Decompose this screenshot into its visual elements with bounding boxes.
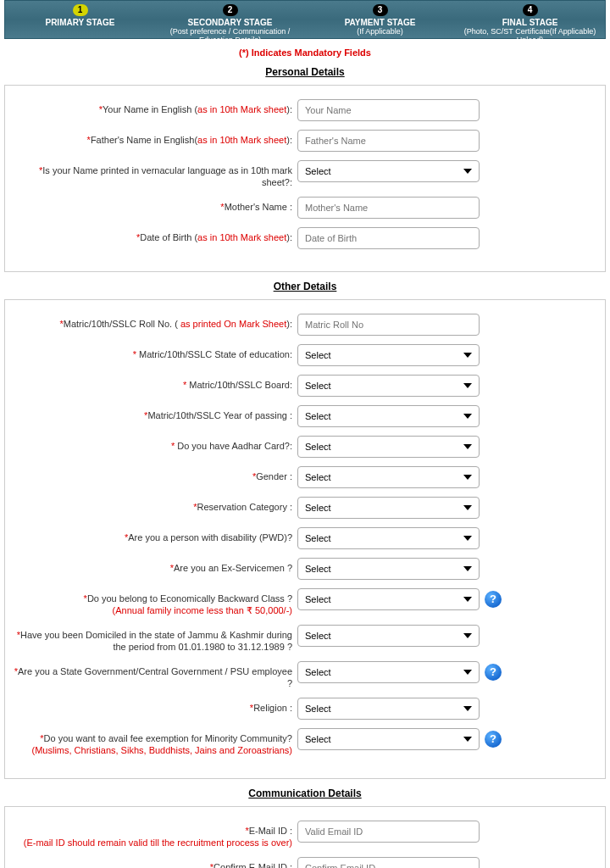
minority-select[interactable]: Select bbox=[297, 728, 480, 750]
stage-sub-4: (Photo, SC/ST Certificate(If Applicable)… bbox=[455, 27, 605, 44]
stage-secondary: 2 SECONDARY STAGE (Post preference / Com… bbox=[155, 1, 305, 38]
dob-input[interactable] bbox=[297, 227, 480, 249]
father-input[interactable] bbox=[297, 130, 480, 152]
category-select[interactable]: Select bbox=[297, 497, 480, 519]
help-icon[interactable]: ? bbox=[485, 664, 502, 681]
stage-num-1: 1 bbox=[73, 4, 88, 16]
state-label: * Matric/10th/SSLC State of education: bbox=[14, 344, 297, 360]
pwd-label: *Are you a person with disability (PWD)? bbox=[14, 527, 297, 543]
govt-select[interactable]: Select bbox=[297, 661, 480, 683]
aadhar-label: * Do you have Aadhar Card?: bbox=[14, 436, 297, 452]
cemail-input[interactable] bbox=[297, 857, 480, 868]
stage-bar: 1 PRIMARY STAGE 2 SECONDARY STAGE (Post … bbox=[4, 0, 606, 39]
category-label: *Reservation Category : bbox=[14, 497, 297, 513]
stage-title-3: PAYMENT STAGE bbox=[305, 18, 455, 27]
exservice-label: *Are you an Ex-Servicemen ? bbox=[14, 558, 297, 574]
stage-payment: 3 PAYMENT STAGE (If Applicable) bbox=[305, 1, 455, 38]
stage-final: 4 FINAL STAGE (Photo, SC/ST Certificate(… bbox=[455, 1, 605, 38]
mother-input[interactable] bbox=[297, 197, 480, 219]
mother-label: *Mother's Name : bbox=[14, 197, 297, 213]
year-label: *Matric/10th/SSLC Year of passing : bbox=[14, 405, 297, 421]
email-input[interactable] bbox=[297, 821, 480, 843]
vernacular-select[interactable]: Select bbox=[297, 160, 480, 182]
section-title-other: Other Details bbox=[4, 281, 606, 292]
comm-section: *E-Mail ID :(E-mail ID should remain val… bbox=[4, 806, 606, 868]
stage-sub-2: (Post preference / Communication / Educa… bbox=[155, 27, 305, 44]
other-section: *Matric/10th/SSLC Roll No. ( as printed … bbox=[4, 299, 606, 779]
govt-label: *Are you a State Government/Central Gove… bbox=[14, 661, 297, 689]
stage-title-1: PRIMARY STAGE bbox=[5, 18, 155, 27]
stage-title-4: FINAL STAGE bbox=[455, 18, 605, 27]
jk-select[interactable]: Select bbox=[297, 625, 480, 647]
stage-num-2: 2 bbox=[223, 4, 238, 16]
religion-label: *Religion : bbox=[14, 698, 297, 714]
stage-num-3: 3 bbox=[373, 4, 388, 16]
minority-label: *Do you want to avail fee exemption for … bbox=[14, 728, 297, 756]
mandatory-note: (*) Indicates Mandatory Fields bbox=[4, 47, 606, 58]
name-input[interactable] bbox=[297, 99, 480, 121]
gender-select[interactable]: Select bbox=[297, 466, 480, 488]
stage-title-2: SECONDARY STAGE bbox=[155, 18, 305, 27]
ebc-select[interactable]: Select bbox=[297, 588, 480, 610]
board-label: * Matric/10th/SSLC Board: bbox=[14, 375, 297, 391]
state-select[interactable]: Select bbox=[297, 344, 480, 366]
personal-section: *Your Name in English (as in 10th Mark s… bbox=[4, 85, 606, 272]
aadhar-select[interactable]: Select bbox=[297, 436, 480, 458]
stage-sub-3: (If Applicable) bbox=[305, 27, 455, 36]
ebc-label: *Do you belong to Economically Backward … bbox=[14, 588, 297, 616]
roll-label: *Matric/10th/SSLC Roll No. ( as printed … bbox=[14, 314, 297, 330]
exservice-select[interactable]: Select bbox=[297, 558, 480, 580]
gender-label: *Gender : bbox=[14, 466, 297, 482]
father-label: *Father's Name in English(as in 10th Mar… bbox=[14, 130, 297, 146]
vernacular-label: *Is your Name printed in vernacular lang… bbox=[14, 160, 297, 188]
dob-label: *Date of Birth (as in 10th Mark sheet): bbox=[14, 227, 297, 243]
pwd-select[interactable]: Select bbox=[297, 527, 480, 549]
board-select[interactable]: Select bbox=[297, 375, 480, 397]
help-icon[interactable]: ? bbox=[485, 591, 502, 608]
stage-num-4: 4 bbox=[523, 4, 538, 16]
email-label: *E-Mail ID :(E-mail ID should remain val… bbox=[14, 821, 297, 849]
name-label: *Your Name in English (as in 10th Mark s… bbox=[14, 99, 297, 115]
help-icon[interactable]: ? bbox=[485, 731, 502, 748]
cemail-label: *Confirm E-Mail ID : bbox=[14, 857, 297, 868]
section-title-comm: Communication Details bbox=[4, 787, 606, 799]
stage-primary: 1 PRIMARY STAGE bbox=[5, 1, 155, 38]
section-title-personal: Personal Details bbox=[4, 66, 606, 78]
year-select[interactable]: Select bbox=[297, 405, 480, 427]
religion-select[interactable]: Select bbox=[297, 698, 480, 720]
roll-input[interactable] bbox=[297, 314, 480, 336]
jk-label: *Have you been Domiciled in the state of… bbox=[14, 625, 297, 653]
